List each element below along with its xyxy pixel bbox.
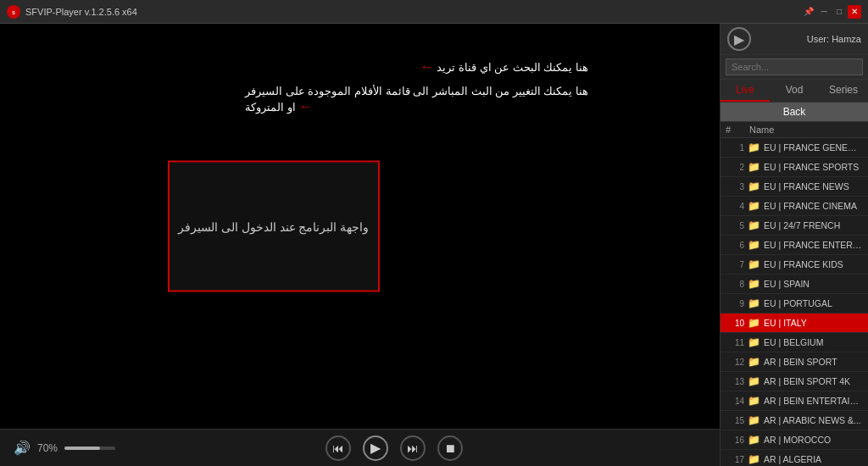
title-bar: S SFVIP-Player v.1.2.5.6 x64 📌 ─ □ ✕ [0, 0, 868, 24]
folder-icon: 📁 [748, 180, 760, 192]
folder-icon: 📁 [748, 239, 760, 251]
channel-item[interactable]: 3 📁 EU | FRANCE NEWS [721, 177, 868, 197]
volume-fill [64, 447, 100, 450]
channel-item[interactable]: 10 📁 EU | ITALY [721, 313, 868, 333]
user-label: User: Hamza [807, 34, 861, 44]
channel-name: EU | FRANCE ENTERTAI... [764, 240, 863, 250]
channel-name: EU | BELGIUM [764, 337, 863, 347]
channel-number: 13 [726, 377, 744, 386]
right-panel: ▶ User: Hamza Live Vod Series Back # Nam… [720, 24, 868, 466]
channel-item[interactable]: 7 📁 EU | FRANCE KIDS [721, 255, 868, 275]
channel-item[interactable]: 14 📁 AR | BEIN ENTERTAIN... [721, 391, 868, 411]
channel-name: AR | ARABIC NEWS &... [764, 415, 863, 425]
channel-number: 2 [726, 163, 744, 172]
back-button-row: Back [721, 103, 868, 122]
channel-item[interactable]: 4 📁 EU | FRANCE CINEMA [721, 197, 868, 216]
folder-icon: 📁 [748, 297, 760, 309]
close-button[interactable]: ✕ [848, 5, 861, 19]
col-name-header: Name [749, 125, 863, 135]
folder-icon: 📁 [748, 317, 760, 329]
channel-item[interactable]: 12 📁 AR | BEIN SPORT [721, 352, 868, 372]
annotation-search: هنا يمكنك البحث عن اي قناة تريد ← [420, 59, 588, 75]
pin-button[interactable]: 📌 [802, 5, 815, 19]
next-nav-button[interactable]: ▶ [727, 27, 751, 51]
channel-number: 15 [726, 416, 744, 425]
folder-icon: 📁 [748, 453, 760, 465]
app-title: SFVIP-Player v.1.2.5.6 x64 [25, 7, 137, 17]
tab-live[interactable]: Live [721, 80, 770, 102]
play-button[interactable]: ▶ [363, 435, 388, 461]
channel-name: EU | FRANCE KIDS [764, 259, 863, 269]
title-bar-left: S SFVIP-Player v.1.2.5.6 x64 [7, 5, 137, 19]
channel-item[interactable]: 1 📁 EU | FRANCE GENERAL [721, 138, 868, 158]
channel-name: AR | BEIN SPORT [764, 357, 863, 367]
channel-item[interactable]: 16 📁 AR | MOROCCO [721, 430, 868, 450]
channel-number: 4 [726, 202, 744, 211]
tab-series[interactable]: Series [819, 80, 868, 102]
stop-button[interactable]: ⏹ [437, 435, 463, 461]
folder-icon: 📁 [748, 141, 760, 153]
channel-name: EU | ITALY [764, 318, 863, 328]
player-area: واجهة البرنامج عند الدخول الى السيرفر هن… [0, 24, 720, 466]
channel-name: EU | SPAIN [764, 279, 863, 289]
search-input[interactable] [726, 58, 863, 75]
folder-icon: 📁 [748, 200, 760, 212]
channel-number: 9 [726, 299, 744, 308]
minimize-button[interactable]: ─ [817, 5, 831, 19]
title-bar-controls: 📌 ─ □ ✕ [802, 5, 861, 19]
channel-item[interactable]: 9 📁 EU | PORTUGAL [721, 294, 868, 313]
volume-bar[interactable] [64, 447, 115, 450]
channel-name: AR | ALGERIA [764, 454, 863, 464]
controls-bar: 🔊 70% ⏮ ▶ ⏭ ⏹ [0, 429, 720, 466]
right-panel-header: ▶ User: Hamza [721, 24, 868, 55]
channel-name: EU | FRANCE CINEMA [764, 201, 863, 211]
folder-icon: 📁 [748, 414, 760, 426]
folder-icon: 📁 [748, 258, 760, 270]
prev-button[interactable]: ⏮ [326, 435, 351, 461]
channel-item[interactable]: 6 📁 EU | FRANCE ENTERTAI... [721, 236, 868, 255]
controls-left: 🔊 70% [14, 440, 115, 457]
channel-name: AR | BEIN ENTERTAIN... [764, 396, 863, 406]
channel-item[interactable]: 17 📁 AR | ALGERIA [721, 450, 868, 466]
channel-number: 12 [726, 358, 744, 367]
channel-item[interactable]: 15 📁 AR | ARABIC NEWS &... [721, 411, 868, 430]
channel-number: 5 [726, 221, 744, 230]
channel-number: 14 [726, 397, 744, 406]
channel-number: 16 [726, 435, 744, 445]
app-icon: S [7, 5, 20, 19]
folder-icon: 📁 [748, 161, 760, 173]
channel-name: EU | PORTUGAL [764, 298, 863, 308]
channel-item[interactable]: 11 📁 EU | BELGIUM [721, 333, 868, 352]
back-button[interactable]: Back [721, 103, 868, 121]
channel-name: EU | FRANCE SPORTS [764, 162, 863, 172]
channel-number: 10 [726, 319, 744, 328]
main-layout: واجهة البرنامج عند الدخول الى السيرفر هن… [0, 24, 868, 466]
video-screen: واجهة البرنامج عند الدخول الى السيرفر هن… [0, 24, 720, 429]
folder-icon: 📁 [748, 356, 760, 368]
folder-icon: 📁 [748, 278, 760, 290]
maximize-button[interactable]: □ [832, 5, 846, 19]
tab-vod[interactable]: Vod [770, 80, 819, 102]
folder-icon: 📁 [748, 375, 760, 387]
volume-percent: 70% [37, 442, 58, 454]
channel-item[interactable]: 5 📁 EU | 24/7 FRENCH [721, 216, 868, 236]
channel-number: 7 [726, 260, 744, 269]
channel-name: EU | FRANCE GENERAL [764, 142, 863, 153]
channel-number: 8 [726, 280, 744, 289]
volume-icon[interactable]: 🔊 [14, 440, 31, 457]
channel-item[interactable]: 8 📁 EU | SPAIN [721, 275, 868, 294]
channel-number: 11 [726, 338, 744, 347]
channel-number: 6 [726, 241, 744, 250]
folder-icon: 📁 [748, 395, 760, 407]
col-num-header: # [726, 125, 749, 135]
channel-number: 1 [726, 143, 744, 153]
video-placeholder: واجهة البرنامج عند الدخول الى السيرفر [168, 161, 380, 292]
playback-controls: ⏮ ▶ ⏭ ⏹ [326, 435, 463, 461]
next-button[interactable]: ⏭ [400, 435, 426, 461]
channel-item[interactable]: 13 📁 AR | BEIN SPORT 4K [721, 372, 868, 391]
folder-icon: 📁 [748, 219, 760, 231]
svg-text:S: S [12, 10, 15, 15]
tabs: Live Vod Series [721, 80, 868, 103]
channel-item[interactable]: 2 📁 EU | FRANCE SPORTS [721, 158, 868, 177]
folder-icon: 📁 [748, 336, 760, 348]
